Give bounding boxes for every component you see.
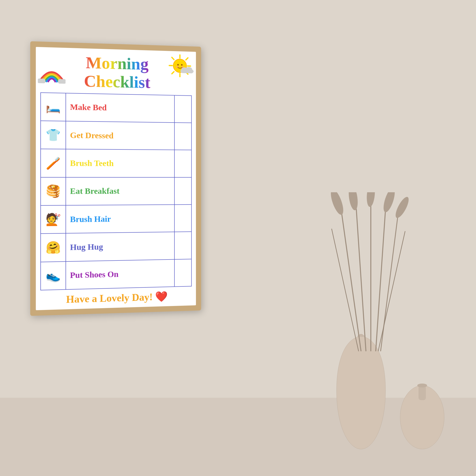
title-section: Morning Checklist (40, 52, 192, 92)
checklist-row: 👟 Put Shoes On (41, 259, 191, 290)
svg-line-36 (378, 231, 405, 351)
item-label-5: Brush Hair (66, 205, 174, 234)
svg-line-35 (332, 229, 358, 351)
item-checkbox-5[interactable] (174, 204, 191, 232)
item-label-2: Get Dressed (66, 121, 174, 150)
item-icon-2: 👕 (41, 121, 66, 149)
svg-point-28 (347, 192, 359, 211)
item-icon-1: 🛏️ (41, 92, 66, 121)
item-checkbox-3[interactable] (174, 150, 191, 177)
picture-frame: Morning Checklist 🛏️ Make Bed 👕 Get Dres… (30, 41, 201, 316)
item-checkbox-1[interactable] (174, 95, 191, 123)
svg-line-12 (186, 58, 188, 60)
svg-point-34 (393, 195, 411, 220)
svg-line-31 (376, 209, 386, 351)
item-icon-6: 🤗 (41, 233, 66, 262)
footer-label: Have a Lovely Day! (66, 291, 153, 305)
checklist-row: 👕 Get Dressed (41, 121, 191, 150)
scene: Morning Checklist 🛏️ Make Bed 👕 Get Dres… (0, 0, 476, 476)
svg-point-24 (417, 384, 427, 388)
item-checkbox-6[interactable] (174, 232, 191, 259)
item-icon-7: 👟 (41, 261, 66, 290)
checklist-row: 🪥 Brush Teeth (41, 149, 191, 177)
frame-content: Morning Checklist 🛏️ Make Bed 👕 Get Dres… (36, 47, 196, 310)
footer-text: Have a Lovely Day! ❤️ (66, 290, 168, 305)
item-checkbox-2[interactable] (174, 122, 191, 150)
item-label-1: Make Bed (66, 93, 174, 122)
vase-small (398, 368, 447, 457)
svg-line-13 (172, 72, 174, 74)
rainbow-icon (38, 64, 66, 79)
item-icon-5: 💇 (41, 205, 66, 234)
item-checkbox-7[interactable] (174, 259, 191, 287)
checklist-row: 🛏️ Make Bed (41, 92, 191, 123)
svg-rect-23 (419, 386, 426, 400)
item-icon-4: 🥞 (41, 177, 66, 205)
checklist-table: 🛏️ Make Bed 👕 Get Dressed 🪥 Brush Teeth … (40, 92, 192, 290)
svg-point-26 (328, 192, 346, 216)
item-checkbox-4[interactable] (174, 177, 191, 205)
sun-decoration (168, 53, 189, 76)
item-label-4: Eat Breakfast (66, 177, 174, 205)
checklist-row: 🥞 Eat Breakfast (41, 177, 191, 205)
heart-icon: ❤️ (155, 290, 168, 303)
dried-reeds (317, 192, 415, 339)
svg-line-10 (172, 57, 174, 60)
svg-point-32 (381, 192, 397, 214)
checklist-row: 🤗 Hug Hug (41, 232, 191, 262)
item-icon-3: 🪥 (41, 149, 66, 177)
checklist-row: 💇 Brush Hair (41, 204, 191, 234)
item-label-7: Put Shoes On (66, 259, 174, 289)
item-label-3: Brush Teeth (66, 149, 174, 177)
item-label-6: Hug Hug (66, 232, 174, 261)
svg-point-30 (366, 192, 376, 207)
rainbow-decoration (38, 64, 66, 79)
